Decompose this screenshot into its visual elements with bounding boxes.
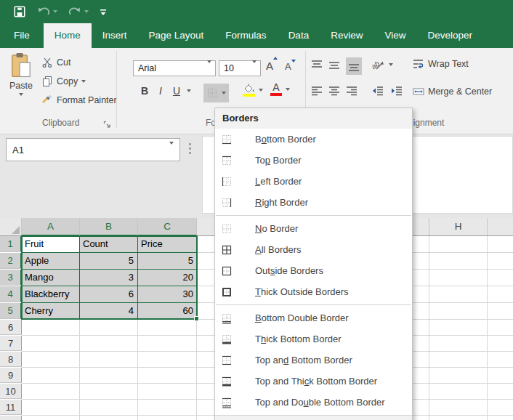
cell-A10[interactable] <box>22 384 80 400</box>
align-center-button[interactable] <box>328 85 340 97</box>
menu-item-top-and-double-bottom-border[interactable]: Top and Double Bottom Border <box>215 392 412 413</box>
font-color-caret[interactable] <box>286 88 290 91</box>
tab-file[interactable]: File <box>0 23 44 48</box>
tab-data[interactable]: Data <box>278 23 320 48</box>
top-align-button[interactable] <box>311 59 323 70</box>
cell-A1[interactable]: Fruit <box>22 236 80 253</box>
middle-align-button[interactable] <box>328 59 340 70</box>
cell-B1[interactable]: Count <box>80 236 138 253</box>
cell-I11[interactable] <box>488 400 513 416</box>
paste-dropdown-caret[interactable] <box>19 93 23 96</box>
cell-H5[interactable] <box>429 303 488 320</box>
cell-H4[interactable] <box>429 286 488 303</box>
menu-item-bottom-double-border[interactable]: Bottom Double Border <box>215 307 412 328</box>
cell-I4[interactable] <box>488 286 513 303</box>
cell-I7[interactable] <box>488 336 513 352</box>
menu-item-no-border[interactable]: No Border <box>215 218 412 239</box>
menu-item-all-borders[interactable]: All Borders <box>215 239 412 260</box>
redo-icon[interactable] <box>66 0 90 23</box>
cell-A9[interactable] <box>22 368 80 384</box>
cell-H1[interactable] <box>429 236 488 253</box>
cell-C8[interactable] <box>138 352 197 368</box>
decrease-indent-button[interactable] <box>372 85 384 97</box>
menu-item-left-border[interactable]: Left Border <box>215 171 412 192</box>
row-header-9[interactable]: 9 <box>0 368 22 383</box>
row-header-2[interactable]: 2 <box>0 253 22 269</box>
cell-C2[interactable]: 5 <box>138 253 197 270</box>
row-header-12[interactable]: 12 <box>0 416 22 420</box>
cell-H11[interactable] <box>429 400 488 416</box>
row-header-10[interactable]: 10 <box>0 384 22 399</box>
cell-I5[interactable] <box>488 303 513 320</box>
tab-home[interactable]: Home <box>44 23 92 48</box>
column-header-c[interactable]: C <box>138 218 197 236</box>
cell-A6[interactable] <box>22 320 80 336</box>
borders-dropdown-caret[interactable] <box>222 92 226 94</box>
cell-A11[interactable] <box>22 400 80 416</box>
cell-A5[interactable]: Cherry <box>22 303 80 320</box>
paste-button[interactable]: Paste <box>4 52 38 116</box>
column-header-i[interactable]: I <box>488 218 513 235</box>
cell-B10[interactable] <box>80 384 138 400</box>
menu-item-top-and-bottom-border[interactable]: Top and Bottom Border <box>215 350 412 371</box>
cell-A2[interactable]: Apple <box>22 253 80 270</box>
save-icon[interactable] <box>12 0 28 23</box>
tab-page-layout[interactable]: Page Layout <box>138 23 215 48</box>
cell-B6[interactable] <box>80 320 138 336</box>
cell-C6[interactable] <box>138 320 197 336</box>
cell-I3[interactable] <box>488 270 513 286</box>
column-header-a[interactable]: A <box>22 218 80 236</box>
tab-insert[interactable]: Insert <box>92 23 138 48</box>
menu-item-top-and-thick-bottom-border[interactable]: Top and Thick Bottom Border <box>215 371 412 392</box>
cell-B3[interactable]: 3 <box>80 270 138 286</box>
increase-indent-button[interactable] <box>391 85 403 97</box>
cell-B12[interactable] <box>80 416 138 420</box>
cell-C10[interactable] <box>138 384 197 400</box>
column-header-h[interactable]: H <box>429 218 488 235</box>
row-header-11[interactable]: 11 <box>0 400 22 415</box>
bottom-align-button[interactable] <box>346 57 362 75</box>
cell-C12[interactable] <box>138 416 197 420</box>
row-header-7[interactable]: 7 <box>0 336 22 351</box>
cell-C3[interactable]: 20 <box>138 270 197 286</box>
fill-color-caret[interactable] <box>259 89 263 92</box>
cell-C1[interactable]: Price <box>138 236 197 253</box>
menu-item-bottom-border[interactable]: Bottom Border <box>215 129 412 150</box>
italic-button[interactable]: I <box>154 85 167 97</box>
tab-developer[interactable]: Developer <box>416 23 483 48</box>
cell-H10[interactable] <box>429 384 488 400</box>
tab-view[interactable]: View <box>373 23 416 48</box>
font-size-combo[interactable]: 10 <box>219 60 261 76</box>
cell-B9[interactable] <box>80 368 138 384</box>
cell-C9[interactable] <box>138 368 197 384</box>
merge-center-button[interactable]: Merge & Center <box>413 86 492 97</box>
cell-H7[interactable] <box>429 336 488 352</box>
menu-item-right-border[interactable]: Right Border <box>215 192 412 213</box>
cell-I1[interactable] <box>488 236 513 253</box>
name-box[interactable]: A1 <box>6 138 180 161</box>
cell-A12[interactable] <box>22 416 80 420</box>
cell-B4[interactable]: 6 <box>80 286 138 303</box>
cell-H3[interactable] <box>429 270 488 286</box>
cell-B11[interactable] <box>80 400 138 416</box>
cell-I8[interactable] <box>488 352 513 368</box>
cell-A3[interactable]: Mango <box>22 270 80 286</box>
font-size-caret[interactable] <box>248 63 260 73</box>
row-header-8[interactable]: 8 <box>0 352 22 367</box>
fill-color-button[interactable] <box>243 84 263 97</box>
menu-item-top-border[interactable]: Top Border <box>215 150 412 171</box>
menu-item-thick-outside-borders[interactable]: Thick Outside Borders <box>215 281 412 302</box>
format-painter-button[interactable]: Format Painter <box>41 94 117 106</box>
select-all-corner[interactable] <box>0 218 22 235</box>
undo-dropdown-caret[interactable] <box>53 10 57 13</box>
formula-bar-handle[interactable] <box>189 143 191 154</box>
underline-button[interactable]: U <box>170 85 191 97</box>
underline-dropdown-caret[interactable] <box>187 89 191 92</box>
grow-font-button[interactable]: A <box>266 60 273 72</box>
name-box-caret[interactable] <box>169 145 179 156</box>
menu-item-outside-borders[interactable]: Outside Borders <box>215 260 412 281</box>
cell-H8[interactable] <box>429 352 488 368</box>
cell-I9[interactable] <box>488 368 513 384</box>
tab-review[interactable]: Review <box>320 23 373 48</box>
cell-A7[interactable] <box>22 336 80 352</box>
